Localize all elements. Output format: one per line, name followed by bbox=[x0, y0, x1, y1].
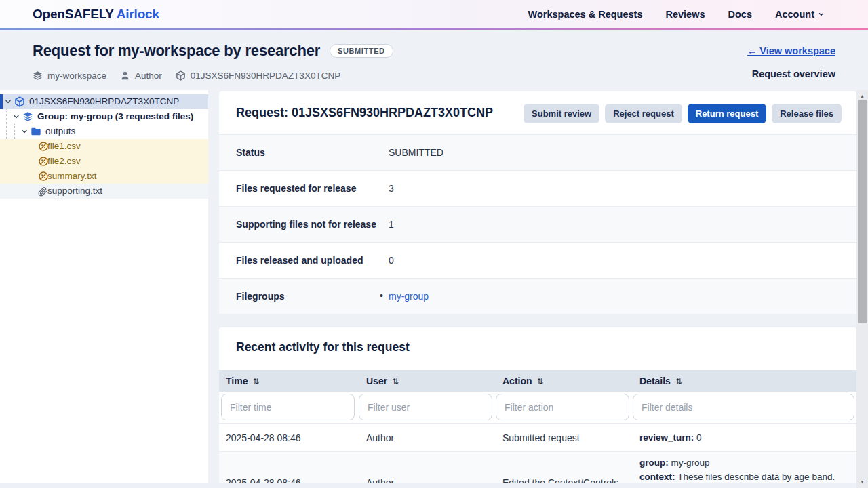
horizontal-scrollbar-track[interactable] bbox=[0, 483, 856, 488]
field-row-filegroups: Filegroups • my-group bbox=[219, 278, 856, 314]
nav-reviews[interactable]: Reviews bbox=[665, 9, 705, 20]
status-badge: SUBMITTED bbox=[330, 44, 393, 58]
filegroup-link[interactable]: my-group bbox=[389, 291, 429, 302]
bullet: • bbox=[380, 290, 383, 301]
tree-item-label: outputs bbox=[45, 124, 75, 139]
view-workspace-link[interactable]: ← View workspace bbox=[747, 45, 835, 56]
meta-author: Author bbox=[120, 70, 162, 81]
folder-icon bbox=[31, 126, 41, 137]
brand-secondary: Airlock bbox=[117, 7, 159, 21]
request-meta: my-workspace Author 01JSXS6FN930HRPDAZT3… bbox=[33, 70, 393, 81]
sort-icon[interactable]: ⇅ bbox=[392, 377, 399, 386]
sort-icon[interactable]: ⇅ bbox=[675, 377, 682, 386]
column-header-details[interactable]: Details⇅ bbox=[639, 370, 682, 392]
activity-details: groupmy-group bbox=[639, 458, 710, 468]
nav-workspaces-requests[interactable]: Workspaces & Requests bbox=[528, 9, 643, 20]
request-actions: Submit review Reject request Return requ… bbox=[524, 104, 842, 123]
tree-item-label: Group: my-group (3 requested files) bbox=[37, 109, 193, 124]
sort-icon[interactable]: ⇅ bbox=[252, 377, 259, 386]
meta-workspace: my-workspace bbox=[33, 70, 106, 81]
activity-table-header: Time⇅ User⇅ Action⇅ Details⇅ bbox=[219, 370, 856, 392]
airlock-app: OpenSAFELY Airlock Workspaces & Requests… bbox=[0, 0, 868, 488]
activity-details: contextThese files describe data by age … bbox=[639, 472, 835, 482]
tree-item-file1[interactable]: file1.csv bbox=[0, 139, 208, 154]
tree-item-label: file1.csv bbox=[47, 139, 81, 154]
request-detail-card: Request: 01JSXS6FN930HRPDAZT3X0TCNP Subm… bbox=[219, 92, 856, 314]
nav-account-label: Account bbox=[775, 9, 814, 20]
column-header-user[interactable]: User⇅ bbox=[366, 370, 399, 392]
field-label: Status bbox=[236, 147, 265, 158]
tree-item-group[interactable]: Group: my-group (3 requested files) bbox=[0, 109, 208, 124]
recent-activity-card: Recent activity for this request Time⇅ U… bbox=[219, 327, 856, 488]
field-row-supporting-files: Supporting files not for release 1 bbox=[219, 206, 856, 242]
field-value: 3 bbox=[389, 183, 394, 194]
scroll-down-arrow[interactable]: ▼ bbox=[856, 477, 868, 487]
field-label: Supporting files not for release bbox=[236, 219, 376, 230]
filter-time-input[interactable] bbox=[221, 394, 355, 420]
filter-details-input[interactable] bbox=[633, 394, 854, 420]
layers-icon bbox=[33, 70, 43, 81]
activity-action: Submitted request bbox=[502, 432, 580, 443]
activity-filter-row bbox=[219, 392, 856, 423]
return-request-button[interactable]: Return request bbox=[688, 104, 766, 123]
user-icon bbox=[120, 70, 130, 81]
field-label: Filegroups bbox=[236, 291, 285, 302]
request-overview-label: Request overview bbox=[747, 68, 835, 79]
field-row-files-released: Files released and uploaded 0 bbox=[219, 242, 856, 278]
brand-primary: OpenSAFELY bbox=[33, 7, 113, 21]
meta-request-id: 01JSXS6FN930HRPDAZT3X0TCNP bbox=[176, 70, 340, 81]
file-tree-sidebar: 01JSXS6FN930HRPDAZT3X0TCNP Group: my-gro… bbox=[0, 90, 208, 483]
tree-item-summary[interactable]: summary.txt bbox=[0, 169, 208, 184]
chevron-down-icon[interactable] bbox=[12, 113, 20, 121]
tree-item-label: 01JSXS6FN930HRPDAZT3X0TCNP bbox=[29, 94, 179, 109]
brand-logo[interactable]: OpenSAFELY Airlock bbox=[33, 7, 159, 22]
column-header-time[interactable]: Time⇅ bbox=[226, 370, 260, 392]
scrollbar-thumb[interactable] bbox=[858, 100, 867, 323]
submit-review-button[interactable]: Submit review bbox=[524, 104, 599, 123]
tree-item-label: supporting.txt bbox=[47, 184, 102, 199]
vertical-scrollbar[interactable]: ▲ ▼ bbox=[856, 90, 868, 488]
field-value: 0 bbox=[389, 255, 394, 266]
tree-item-request-root[interactable]: 01JSXS6FN930HRPDAZT3X0TCNP bbox=[0, 94, 208, 109]
request-fields: Status SUBMITTED Files requested for rel… bbox=[219, 134, 856, 314]
filter-user-input[interactable] bbox=[359, 394, 492, 420]
meta-request-id-label: 01JSXS6FN930HRPDAZT3X0TCNP bbox=[191, 70, 340, 81]
sort-icon[interactable]: ⇅ bbox=[537, 377, 544, 386]
tree-item-label: summary.txt bbox=[47, 169, 97, 184]
column-header-action[interactable]: Action⇅ bbox=[502, 370, 544, 392]
activity-user: Author bbox=[366, 432, 394, 443]
meta-author-label: Author bbox=[135, 70, 162, 81]
page-header: Request for my-workspace by researcher S… bbox=[0, 30, 868, 90]
cube-icon bbox=[14, 96, 25, 107]
chevron-down-icon[interactable] bbox=[4, 98, 12, 106]
activity-time: 2025-04-28 08:46 bbox=[226, 432, 301, 443]
layers-icon bbox=[22, 111, 33, 122]
tree-item-outputs-folder[interactable]: outputs bbox=[0, 124, 208, 139]
field-label: Files requested for release bbox=[236, 183, 356, 194]
nav-docs[interactable]: Docs bbox=[728, 9, 752, 20]
tree-item-supporting[interactable]: supporting.txt bbox=[0, 184, 208, 199]
filter-action-input[interactable] bbox=[496, 394, 629, 420]
tree-item-file2[interactable]: file2.csv bbox=[0, 154, 208, 169]
tree-item-label: file2.csv bbox=[47, 154, 81, 169]
activity-title: Recent activity for this request bbox=[236, 340, 410, 354]
meta-workspace-label: my-workspace bbox=[47, 70, 106, 81]
nav-items: Workspaces & Requests Reviews Docs Accou… bbox=[528, 9, 825, 20]
activity-details: review_turn0 bbox=[639, 432, 702, 443]
chevron-down-icon[interactable] bbox=[20, 127, 28, 136]
field-row-files-requested: Files requested for release 3 bbox=[219, 170, 856, 206]
field-value: SUBMITTED bbox=[389, 147, 443, 158]
paperclip-icon bbox=[38, 186, 47, 197]
top-navbar: OpenSAFELY Airlock Workspaces & Requests… bbox=[0, 0, 868, 28]
request-card-title: Request: 01JSXS6FN930HRPDAZT3X0TCNP bbox=[236, 106, 493, 120]
field-row-status: Status SUBMITTED bbox=[219, 134, 856, 170]
page-title: Request for my-workspace by researcher bbox=[33, 42, 320, 60]
reject-request-button[interactable]: Reject request bbox=[605, 104, 682, 123]
nav-account-menu[interactable]: Account bbox=[775, 9, 825, 20]
cube-icon bbox=[176, 70, 186, 81]
activity-row: 2025-04-28 08:46 Author Submitted reques… bbox=[219, 423, 856, 451]
chevron-down-icon bbox=[818, 11, 825, 18]
field-value: 1 bbox=[389, 219, 394, 230]
field-label: Files released and uploaded bbox=[236, 255, 363, 266]
release-files-button[interactable]: Release files bbox=[772, 104, 842, 123]
